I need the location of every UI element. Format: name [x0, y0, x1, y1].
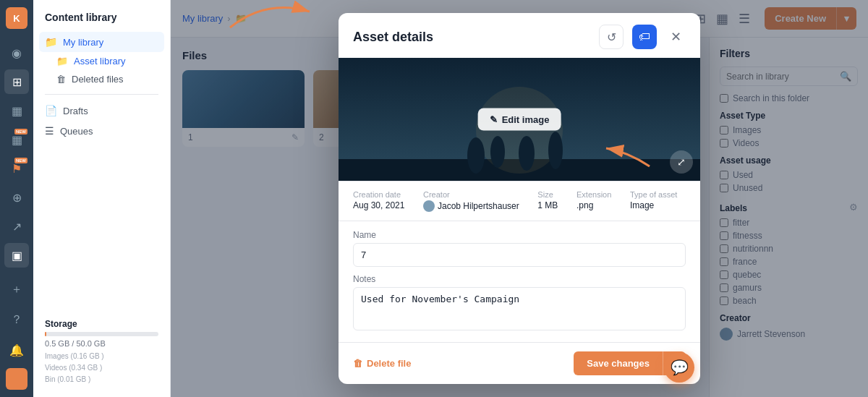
sidebar-item-help[interactable]: ？ — [4, 307, 29, 332]
svg-point-4 — [467, 137, 485, 174]
sidebar-title: Content library — [33, 12, 170, 32]
sidebar-item-flag[interactable]: ⚑ NEW — [4, 156, 29, 181]
sidebar-item-drafts[interactable]: 📄 Drafts — [39, 101, 164, 121]
queues-icon: ☰ — [45, 125, 54, 137]
storage-images: Images (0.16 GB ) — [45, 351, 158, 362]
creator-value: Jacob Hilpertshauser — [423, 200, 527, 212]
sidebar-item-people[interactable]: ⊕ — [4, 185, 29, 210]
sidebar-item-queues[interactable]: ☰ Queues — [39, 121, 164, 141]
edit-image-button[interactable]: ✎ Edit image — [478, 108, 561, 131]
tag-button[interactable]: 🏷 — [632, 25, 657, 49]
meta-extension: Extension .png — [566, 190, 620, 212]
svg-point-6 — [519, 136, 535, 171]
creation-date-value: Aug 30, 2021 — [353, 200, 413, 210]
user-avatar[interactable]: K — [6, 7, 27, 29]
save-changes-button[interactable]: Save changes — [574, 351, 663, 375]
sidebar-item-my-library[interactable]: 📁 My library — [39, 32, 164, 52]
history-icon: ↺ — [607, 30, 616, 44]
meta-size: Size 1 MB — [527, 190, 566, 212]
tag-icon: 🏷 — [639, 30, 650, 43]
sidebar-item-asset-library[interactable]: 📁 Asset library — [51, 52, 164, 70]
sidebar-item-deleted-files[interactable]: 🗑 Deleted files — [51, 70, 164, 88]
meta-type: Type of asset Image — [620, 190, 686, 212]
asset-library-icon: 📁 — [56, 56, 68, 67]
storage-title: Storage — [45, 319, 158, 329]
extension-label: Extension — [576, 190, 620, 199]
thumbnail-button[interactable]: ⤢ — [670, 150, 693, 174]
trash-icon-btn: 🗑 — [353, 358, 362, 369]
icon-bar: K ◉ ⊞ ▦ ▦ NEW ⚑ NEW ⊕ ↗ ▣ ＋ ？ 🔔 — [0, 0, 33, 397]
sidebar-item-home[interactable]: ◉ — [4, 40, 29, 65]
sidebar-item-media[interactable]: ▣ — [4, 243, 29, 268]
svg-point-7 — [548, 132, 563, 169]
edit-image-label: Edit image — [502, 114, 550, 125]
meta-creation-date: Creation date Aug 30, 2021 — [353, 190, 413, 212]
close-button[interactable]: ✕ — [665, 27, 686, 47]
size-label: Size — [537, 190, 566, 199]
storage-bar-fill — [45, 332, 46, 336]
sidebar-item-chart[interactable]: ↗ — [4, 214, 29, 239]
name-field-input[interactable] — [353, 243, 686, 267]
modal-header: Asset details ↺ 🏷 ✕ — [339, 13, 700, 58]
delete-file-button[interactable]: 🗑 Delete file — [353, 358, 411, 369]
storage-bar-bg — [45, 332, 158, 336]
name-field-label: Name — [353, 230, 686, 240]
meta-creator: Creator Jacob Hilpertshauser — [413, 190, 527, 212]
drafts-icon: 📄 — [45, 105, 57, 116]
svg-point-5 — [490, 136, 505, 168]
modal-overlay[interactable]: Asset details ↺ 🏷 ✕ — [171, 0, 868, 397]
notes-field-label: Notes — [353, 274, 686, 284]
modal-image-area: ✎ Edit image ⤢ — [339, 58, 700, 181]
delete-label: Delete file — [367, 358, 411, 369]
chat-widget[interactable]: 💬 — [664, 352, 694, 383]
sidebar: Content library 📁 My library 📁 Asset lib… — [33, 0, 171, 397]
history-button[interactable]: ↺ — [599, 25, 624, 49]
new-badge2: NEW — [14, 158, 27, 163]
type-label: Type of asset — [630, 190, 686, 199]
modal-footer: 🗑 Delete file Save changes ▾ — [339, 342, 700, 384]
sidebar-item-add[interactable]: ＋ — [4, 277, 29, 302]
main-content: My library › 📁 ⊞ ▦ ☰ Create New ▾ Files — [171, 0, 868, 397]
save-label: Save changes — [587, 358, 650, 369]
sidebar-item-grid[interactable]: ⊞ — [4, 69, 29, 94]
library-icon: 📁 — [45, 36, 57, 48]
modal-title: Asset details — [353, 30, 590, 45]
arrow-annotation — [223, 0, 317, 35]
new-badge: NEW — [14, 129, 27, 135]
edit-image-icon: ✎ — [490, 114, 498, 125]
sidebar-item-calendar1[interactable]: ▦ — [4, 98, 29, 123]
storage-used: 0.5 GB / 50.0 GB — [45, 339, 158, 348]
asset-details-modal: Asset details ↺ 🏷 ✕ — [339, 13, 700, 384]
modal-meta: Creation date Aug 30, 2021 Creator Jacob… — [339, 181, 700, 221]
modal-body: Name Notes — [339, 221, 700, 342]
extension-value: .png — [576, 200, 620, 210]
sidebar-item-calendar2[interactable]: ▦ NEW — [4, 127, 29, 152]
creation-date-label: Creation date — [353, 190, 413, 199]
sidebar-item-bell[interactable]: 🔔 — [4, 338, 29, 362]
size-value: 1 MB — [537, 200, 566, 210]
sidebar-item-bottom-avatar[interactable] — [6, 368, 27, 390]
creator-avatar-small — [423, 200, 435, 212]
creator-label: Creator — [423, 190, 527, 199]
notes-field-textarea[interactable] — [353, 287, 686, 330]
trash-icon: 🗑 — [56, 74, 66, 85]
close-icon: ✕ — [671, 29, 681, 45]
storage-bin: Bin (0.01 GB ) — [45, 374, 158, 385]
type-value: Image — [630, 200, 686, 210]
storage-videos: Videos (0.34 GB ) — [45, 362, 158, 374]
expand-icon: ⤢ — [677, 156, 686, 168]
